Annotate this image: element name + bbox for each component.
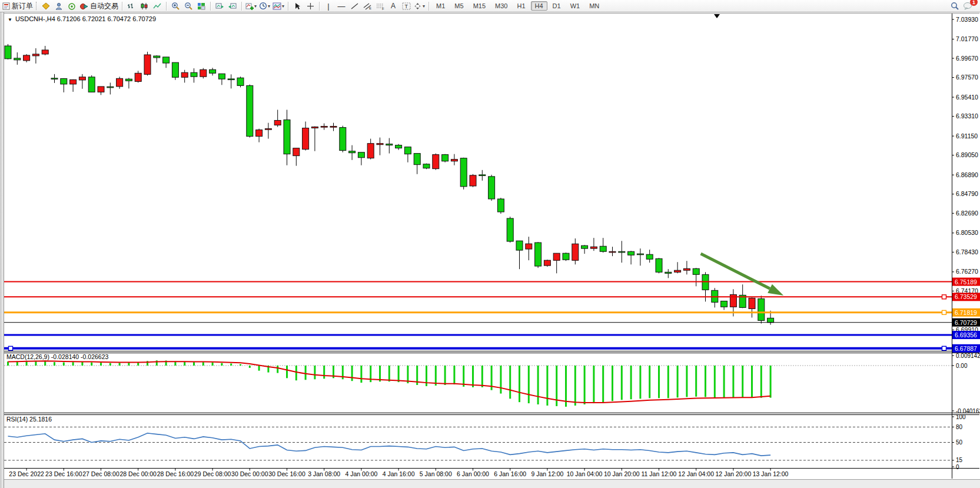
svg-text:6.89050: 6.89050 <box>956 151 978 158</box>
svg-text:6.91150: 6.91150 <box>956 132 978 140</box>
search-button[interactable] <box>948 1 961 11</box>
tile-windows-button[interactable] <box>195 1 208 11</box>
trendline-button[interactable] <box>348 1 361 11</box>
svg-text:23 Dec 2022: 23 Dec 2022 <box>9 470 44 477</box>
svg-text:6.73529: 6.73529 <box>955 293 977 300</box>
vertical-line-button[interactable]: | <box>322 1 335 11</box>
new-order-button[interactable]: 新订单 <box>1 1 34 11</box>
svg-text:6.70729: 6.70729 <box>955 319 977 326</box>
timeframe-W1[interactable]: W1 <box>566 1 584 11</box>
new-order-icon <box>2 2 10 10</box>
text-button[interactable]: A <box>387 1 400 11</box>
svg-text:80: 80 <box>956 424 963 430</box>
text-icon: A <box>391 2 396 10</box>
window-left-edge <box>0 12 4 488</box>
svg-text:30 Dec 00:00: 30 Dec 00:00 <box>231 470 268 477</box>
candlestick-button[interactable] <box>138 1 151 11</box>
svg-text:15: 15 <box>956 457 963 463</box>
templates-button[interactable]: ▾ <box>271 1 285 11</box>
toolbar-grip[interactable] <box>36 2 38 10</box>
profile-prev-button[interactable] <box>213 1 226 11</box>
bar-chart-icon <box>127 2 135 10</box>
svg-text:4 Jan 16:00: 4 Jan 16:00 <box>383 470 415 477</box>
toolbar-separator <box>210 2 211 11</box>
crosshair-button[interactable] <box>304 1 317 11</box>
timeframe-MN[interactable]: MN <box>585 1 603 11</box>
svg-text:6.75189: 6.75189 <box>955 278 977 286</box>
indicators-button[interactable]: ▾ <box>244 1 258 11</box>
svg-text:50: 50 <box>956 439 963 446</box>
profile-next-button[interactable] <box>226 1 239 11</box>
vertical-line-icon: | <box>327 2 329 11</box>
community-button[interactable] <box>52 1 65 11</box>
chart-title-text: USDCNH-,H4 6.71206 6.72021 6.70472 6.707… <box>15 15 156 22</box>
channel-button[interactable]: E <box>361 1 374 11</box>
timeframe-M15[interactable]: M15 <box>469 1 490 11</box>
horizontal-line-button[interactable]: — <box>335 1 348 11</box>
gold-tag-icon <box>42 2 51 10</box>
svg-text:6 Jan 16:00: 6 Jan 16:00 <box>494 470 526 477</box>
toolbar-separator <box>428 2 429 11</box>
arrows-button[interactable]: ▾ <box>413 1 426 11</box>
gold-tag-button[interactable] <box>39 1 52 11</box>
toolbar-separator <box>241 2 242 11</box>
svg-text:6.69356: 6.69356 <box>955 331 977 338</box>
chart-title: ▼USDCNH-,H4 6.71206 6.72021 6.70472 6.70… <box>8 15 156 22</box>
zoom-in-icon <box>171 2 180 10</box>
svg-text:7.01770: 7.01770 <box>956 35 978 42</box>
line-chart-button[interactable] <box>151 1 164 11</box>
timeframe-group: M1M5M15M30H1H4D1W1MN <box>431 1 604 11</box>
trendline-icon <box>351 2 358 10</box>
profile-next-icon <box>228 2 237 10</box>
svg-text:13 Jan 12:00: 13 Jan 12:00 <box>753 470 789 477</box>
svg-text:4 Jan 00:00: 4 Jan 00:00 <box>345 470 377 477</box>
svg-text:6.82690: 6.82690 <box>956 210 978 217</box>
signal-button[interactable] <box>65 1 78 11</box>
zoom-in-button[interactable] <box>169 1 182 11</box>
svg-text:E: E <box>369 6 371 10</box>
auto-trading-button[interactable]: 自动交易 <box>78 1 119 11</box>
person-icon <box>55 2 64 10</box>
svg-text:0.009142: 0.009142 <box>956 353 980 359</box>
timeframe-M30[interactable]: M30 <box>491 1 511 11</box>
svg-text:10 Jan 20:00: 10 Jan 20:00 <box>604 470 640 477</box>
crosshair-icon <box>307 2 314 10</box>
text-label-button[interactable]: T <box>400 1 413 11</box>
bar-chart-button[interactable] <box>125 1 138 11</box>
svg-text:30 Dec 16:00: 30 Dec 16:00 <box>268 470 305 477</box>
svg-text:5 Jan 08:00: 5 Jan 08:00 <box>420 470 452 477</box>
toolbar-separator <box>288 2 288 11</box>
fibonacci-button[interactable]: F <box>374 1 387 11</box>
new-order-label: 新订单 <box>12 1 33 11</box>
svg-text:6.99670: 6.99670 <box>956 55 978 62</box>
chart-canvas[interactable]: 7.039307.017706.996706.975706.954106.933… <box>0 0 980 488</box>
svg-text:100: 100 <box>956 414 966 420</box>
svg-text:3 Jan 08:00: 3 Jan 08:00 <box>308 470 340 477</box>
chevron-down-icon: ▾ <box>282 4 284 9</box>
timeframe-M1[interactable]: M1 <box>432 1 449 11</box>
chevron-down-icon: ▾ <box>254 4 257 9</box>
svg-text:RSI(14) 25.1816: RSI(14) 25.1816 <box>6 416 52 423</box>
template-icon <box>273 2 281 10</box>
timeframe-M5[interactable]: M5 <box>450 1 467 11</box>
indicators-add-icon <box>245 2 254 10</box>
zoom-out-button[interactable] <box>182 1 195 11</box>
timeframe-H1[interactable]: H1 <box>513 1 529 11</box>
cursor-button[interactable] <box>291 1 304 11</box>
profile-prev-icon <box>215 2 224 10</box>
svg-text:6.95410: 6.95410 <box>956 94 978 101</box>
svg-text:6.86890: 6.86890 <box>956 171 978 178</box>
chevron-down-icon: ▼ <box>8 17 12 22</box>
timeframe-H4[interactable]: H4 <box>531 1 547 11</box>
svg-text:0.00: 0.00 <box>956 363 968 369</box>
arrows-icon <box>414 2 422 10</box>
timeframe-D1[interactable]: D1 <box>549 1 565 11</box>
zoom-out-icon <box>184 2 193 10</box>
candlestick-icon <box>140 2 148 10</box>
toolbar-separator <box>166 2 167 11</box>
svg-text:28 Dec 16:00: 28 Dec 16:00 <box>157 470 194 477</box>
svg-text:6.78430: 6.78430 <box>956 248 978 255</box>
notifications-button[interactable]: 1 <box>961 1 974 11</box>
periods-button[interactable]: ▾ <box>258 1 271 11</box>
svg-text:6.80530: 6.80530 <box>956 229 978 236</box>
